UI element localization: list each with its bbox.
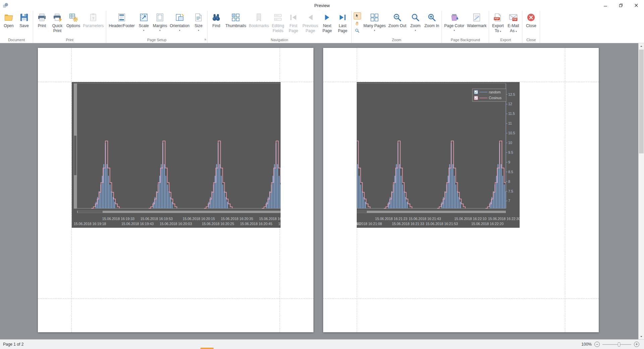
watermark-icon [472,13,481,22]
chart-horizontal-scrollbar[interactable] [77,211,281,213]
y-axis-label: 8.5 [508,170,513,174]
next-page-icon [323,13,332,22]
y-axis-label: 11 [508,121,512,125]
x-axis-label: 15.06.2018 16:20:25 [202,222,234,226]
quick-print-button[interactable]: QuickPrint [50,12,65,34]
editing-fields-button: EditingFields [270,12,286,34]
many-pages-icon [370,13,379,22]
window-close-button[interactable] [629,0,644,11]
previous-page-label: PreviousPage [302,23,318,33]
first-page-button: FirstPage [286,12,301,34]
ribbon-group-page-background: Page Color▾WatermarkPage Background [442,11,489,43]
open-button[interactable]: Open [1,12,16,29]
orientation-button[interactable]: Orientation▾ [168,12,191,32]
header-footer-button[interactable]: Header/Footer [107,12,136,29]
pointer-icon [355,13,360,18]
y-axis-label: 8 [508,180,510,184]
y-axis-label: 10.5 [508,131,515,135]
page-setup-dialog-launcher[interactable] [204,38,207,42]
preview-area: 15.06.2018 16:19:1815.06.2018 16:19:3315… [0,43,644,339]
last-page-icon [338,13,347,22]
svg-text:PDF: PDF [495,17,499,20]
export-to-label: ExportTo▾ [492,23,504,33]
zoom-slider[interactable] [602,342,631,347]
scrollbar-thumb[interactable] [639,50,644,153]
chart-hscrollbar-thumb[interactable] [78,211,103,213]
chart-vscrollbar-thumb[interactable] [74,136,76,175]
ribbon-group-page-setup: Header/FooterScale▾Margins▾Orientation▾S… [106,11,208,43]
restore-button[interactable] [613,0,629,11]
zoom-out-button[interactable]: Zoom Out [387,12,408,29]
previous-page-button: PreviousPage [301,12,319,34]
titlebar: Preview [0,0,644,11]
scale-button[interactable]: Scale▾ [136,12,152,32]
bookmarks-label: Bookmarks [249,23,269,28]
save-button[interactable]: Save [16,12,32,29]
x-axis-label: 15.06.2018 16:21:53 [426,222,458,226]
ribbon-group-navigation: FindThumbnailsBookmarksEditingFieldsFirs… [208,11,352,43]
many-pages-button[interactable]: Many Pages▾ [362,12,387,32]
find-button[interactable]: Find [209,12,224,29]
page-color-button[interactable]: Page Color▾ [443,12,466,32]
export-to-button[interactable]: PDFExportTo▾ [490,12,506,34]
x-axis-label: 15.06.2018 16:20:15 [183,217,215,221]
scale-icon [139,13,149,22]
ribbon: OpenSaveDocumentPrintQuickPrintOptions?P… [0,11,644,43]
print-button[interactable]: Print [34,12,50,29]
magnifier-tool-button[interactable] [354,27,361,34]
zoom-controls: 100% − + [581,342,644,347]
zoom-button[interactable]: Zoom▾ [408,12,423,32]
chart-hscrollbar-thumb[interactable] [357,211,367,213]
x-axis-label: 15.06.2018 16:21:23 [375,217,408,221]
ribbon-group-caption: Page Setup [107,38,207,43]
chart-page-1: 15.06.2018 16:19:1815.06.2018 16:19:3315… [72,82,281,228]
quick-print-label: QuickPrint [52,23,63,33]
y-axis-label: 9 [508,160,510,164]
watermark-button[interactable]: Watermark [466,12,488,29]
x-axis-label: 15.06.2018 16:22:10 [454,217,487,221]
previous-page-icon [306,13,315,22]
next-page-button[interactable]: NextPage [319,12,335,34]
x-axis-label: 15.06.2018 16:20:03 [160,222,192,226]
last-page-label: LastPage [338,23,347,33]
pointer-tool-button[interactable] [354,12,361,19]
open-icon [4,13,13,22]
minimize-button[interactable] [598,0,613,11]
find-icon [212,13,221,22]
zoom-slider-thumb[interactable] [618,342,620,347]
page-color-icon [450,13,459,22]
preview-window: Preview OpenSaveDocumentPrintQuickPrintO… [0,0,644,349]
y-axis-label: 11.5 [508,112,515,116]
x-axis-label: 15.06.2018 16:19:33 [102,217,135,221]
email-as-button[interactable]: PDFE-MailAs▾ [506,12,521,34]
svg-text:PDF: PDF [513,18,517,20]
x-axis-label: 15.06.2018 16:20:35 [221,217,253,221]
last-page-button[interactable]: LastPage [335,12,350,34]
statusbar-zoom-out-button[interactable]: − [594,342,600,347]
print-label: Print [38,23,46,28]
preview-vertical-scrollbar[interactable] [638,43,644,339]
size-button[interactable]: Size▾ [191,12,206,32]
dropdown-arrow-icon: ▾ [194,29,202,31]
zoom-in-button[interactable]: Zoom In [423,12,441,29]
header-footer-icon [117,13,126,22]
y-axis-label: 12.5 [508,92,515,96]
thumbnails-button[interactable]: Thumbnails [224,12,247,29]
x-axis-label: 15.06.2018 16:21:33 [392,222,424,226]
scroll-down-arrow[interactable] [639,334,644,339]
scroll-up-arrow[interactable] [639,43,644,49]
window-controls [598,0,644,11]
options-button[interactable]: Options [65,12,81,29]
zoom-out-icon [393,13,402,22]
y-axis-label: 10 [508,141,512,145]
chart-horizontal-scrollbar[interactable] [357,211,506,213]
close-button[interactable]: Close [523,12,539,29]
hand-tool-button[interactable] [354,20,361,27]
triangle-down-icon [640,335,643,338]
legend-label: Cosinus [489,96,502,100]
first-page-icon [289,13,298,22]
statusbar-zoom-in-button[interactable]: + [634,342,639,347]
x-axis-label: 15.06.2018 16:20:55 [259,217,281,221]
margins-button[interactable]: Margins▾ [152,12,169,32]
x-axis-label: 15.06.2018 16:21:08 [357,222,382,226]
